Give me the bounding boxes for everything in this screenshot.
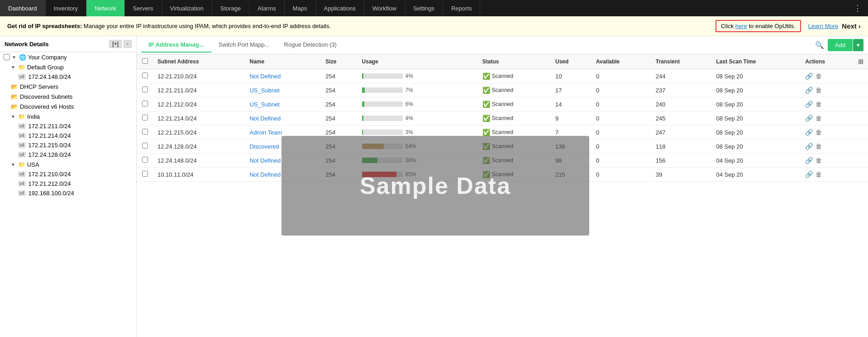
sidebar-item-192-168-100[interactable]: v4 192.168.100.0/24 bbox=[0, 188, 136, 198]
action-link-icon[interactable]: 🔗 bbox=[805, 72, 813, 80]
sidebar-item-india[interactable]: ▼ 📁 India bbox=[0, 111, 136, 121]
action-link-icon[interactable]: 🔗 bbox=[805, 115, 813, 122]
action-link-icon[interactable]: 🔗 bbox=[805, 87, 813, 94]
action-delete-icon[interactable]: 🗑 bbox=[816, 87, 822, 94]
usage-pct-label: 4% bbox=[405, 73, 419, 79]
usage-bar bbox=[362, 130, 403, 135]
row-checkbox-5[interactable] bbox=[142, 143, 148, 149]
nav-applications[interactable]: Applications bbox=[316, 0, 364, 16]
cell-actions: 🔗 🗑 bbox=[801, 111, 854, 125]
sidebar-item-root[interactable]: ▼ 🌐 Your Company bbox=[0, 52, 136, 62]
row-checkbox-7[interactable] bbox=[142, 171, 148, 177]
nav-settings[interactable]: Settings bbox=[405, 0, 443, 16]
sidebar-item-usa[interactable]: ▼ 📁 USA bbox=[0, 159, 136, 169]
tab-rogue-detection[interactable]: Rogue Detection (3) bbox=[277, 38, 344, 53]
action-delete-icon[interactable]: 🗑 bbox=[816, 157, 822, 164]
status-badge: ✅Scanned bbox=[482, 72, 513, 80]
cell-subnet: 12.21.214.0/24 bbox=[153, 111, 245, 125]
sidebar-item-172-21-212[interactable]: v4 172.21.212.0/24 bbox=[0, 179, 136, 188]
nav-alarms[interactable]: Alarms bbox=[249, 0, 284, 16]
row-checkbox-4[interactable] bbox=[142, 129, 148, 135]
nav-inventory[interactable]: Inventory bbox=[46, 0, 86, 16]
add-button[interactable]: Add bbox=[828, 39, 853, 51]
banner-cta-link[interactable]: here bbox=[735, 23, 747, 29]
cell-name[interactable]: US_Subnet bbox=[245, 97, 321, 111]
sidebar-discovered-v6-label: Discovered v6 Hosts bbox=[20, 103, 74, 110]
banner-description: Manage your entire IP infrastructure usi… bbox=[84, 23, 331, 29]
sidebar-item-172-24-148[interactable]: v4 172.24.148.0/24 bbox=[0, 72, 136, 82]
usage-pct-label: 3% bbox=[405, 129, 419, 135]
nav-servers[interactable]: Servers bbox=[125, 0, 162, 16]
sidebar-item-dhcp[interactable]: 📂 DHCP Servers bbox=[0, 82, 136, 91]
action-link-icon[interactable]: 🔗 bbox=[805, 129, 813, 136]
action-link-icon[interactable]: 🔗 bbox=[805, 101, 813, 108]
cell-subnet: 12.24.128.0/24 bbox=[153, 140, 245, 154]
sidebar-item-172-21-215[interactable]: v4 172.21.215.0/24 bbox=[0, 140, 136, 150]
action-delete-icon[interactable]: 🗑 bbox=[816, 101, 822, 108]
nav-maps[interactable]: Maps bbox=[285, 0, 316, 16]
sidebar-item-discovered-v6[interactable]: 📂 Discovered v6 Hosts bbox=[0, 101, 136, 111]
table-row: 12.21.214.0/24Not Defined254 4% ✅Scanned… bbox=[137, 111, 868, 125]
sidebar-item-172-21-214[interactable]: v4 172.21.214.0/24 bbox=[0, 131, 136, 140]
cell-used: 14 bbox=[551, 97, 591, 111]
nav-network[interactable]: Network bbox=[86, 0, 125, 16]
table-container: Sample Data Subnet Address Name Size Usa… bbox=[137, 54, 868, 337]
action-link-icon[interactable]: 🔗 bbox=[805, 157, 813, 164]
sidebar-collapse-button[interactable]: - bbox=[124, 40, 132, 48]
root-checkbox[interactable] bbox=[4, 54, 10, 60]
sidebar-item-172-21-211[interactable]: v4 172.21.211.0/24 bbox=[0, 121, 136, 131]
cell-last-scan: 08 Sep 20 bbox=[712, 69, 801, 83]
cell-actions: 🔗 🗑 bbox=[801, 140, 854, 154]
cell-name[interactable]: Not Defined bbox=[245, 69, 321, 83]
sidebar-item-default-group[interactable]: ▼ 📁 Default Group bbox=[0, 62, 136, 72]
usage-bar-wrap: 6% bbox=[362, 101, 473, 107]
banner-cta[interactable]: Click here to enable OpUtils. bbox=[715, 20, 801, 32]
content-area: IP Address Manag... Switch Port Mapp... … bbox=[137, 36, 868, 337]
sidebar-item-172-21-210[interactable]: v4 172.21.210.0/24 bbox=[0, 169, 136, 179]
action-delete-icon[interactable]: 🗑 bbox=[816, 72, 822, 80]
col-settings-icon[interactable]: ⊞ bbox=[854, 54, 868, 69]
cell-name[interactable]: US_Subnet bbox=[245, 83, 321, 97]
sidebar-item-discovered-subnets[interactable]: 📂 Discovered Subnets bbox=[0, 91, 136, 101]
status-badge: ✅Scanned bbox=[482, 115, 513, 122]
row-checkbox-1[interactable] bbox=[142, 87, 148, 92]
table-header-row: Subnet Address Name Size Usage Status Us… bbox=[137, 54, 868, 69]
cell-name[interactable]: Not Defined bbox=[245, 111, 321, 125]
add-dropdown-button[interactable]: ▾ bbox=[853, 39, 863, 51]
nav-workflow[interactable]: Workflow bbox=[364, 0, 405, 16]
nav-storage[interactable]: Storage bbox=[212, 0, 250, 16]
row-checkbox-6[interactable] bbox=[142, 157, 148, 163]
cell-transient: 240 bbox=[651, 97, 712, 111]
cell-subnet: 12.21.211.0/24 bbox=[153, 83, 245, 97]
action-delete-icon[interactable]: 🗑 bbox=[816, 129, 822, 136]
action-link-icon[interactable]: 🔗 bbox=[805, 143, 813, 150]
nav-reports[interactable]: Reports bbox=[443, 0, 481, 16]
row-checkbox-2[interactable] bbox=[142, 101, 148, 106]
nav-more-options[interactable]: ⋮ bbox=[847, 0, 868, 16]
india-toggle[interactable]: ▼ bbox=[11, 114, 15, 119]
default-group-toggle[interactable]: ▼ bbox=[11, 65, 15, 70]
row-checkbox-0[interactable] bbox=[142, 72, 148, 78]
usage-bar bbox=[362, 101, 403, 107]
tab-ip-address[interactable]: IP Address Manag... bbox=[141, 38, 211, 53]
action-link-icon[interactable]: 🔗 bbox=[805, 171, 813, 178]
sidebar-add-button[interactable]: [+] bbox=[109, 40, 122, 48]
row-checkbox-3[interactable] bbox=[142, 115, 148, 120]
select-all-checkbox[interactable] bbox=[142, 58, 148, 64]
status-check-icon: ✅ bbox=[482, 72, 490, 80]
action-delete-icon[interactable]: 🗑 bbox=[816, 115, 822, 122]
tab-switch-port[interactable]: Switch Port Mapp... bbox=[211, 38, 277, 53]
sidebar-india-label: India bbox=[27, 113, 40, 120]
nav-virtualization[interactable]: Virtualization bbox=[162, 0, 212, 16]
action-delete-icon[interactable]: 🗑 bbox=[816, 143, 822, 150]
action-delete-icon[interactable]: 🗑 bbox=[816, 171, 822, 178]
cell-used: 9 bbox=[551, 111, 591, 125]
usa-toggle[interactable]: ▼ bbox=[11, 162, 15, 167]
nav-dashboard[interactable]: Dashboard bbox=[0, 0, 46, 16]
search-button[interactable]: 🔍 bbox=[811, 39, 828, 51]
root-toggle[interactable]: ▼ bbox=[12, 55, 16, 60]
banner-next-button[interactable]: Next › bbox=[842, 22, 861, 30]
sidebar-item-172-24-128[interactable]: v4 172.24.128.0/24 bbox=[0, 150, 136, 159]
banner-learn-more[interactable]: Learn More bbox=[808, 23, 838, 29]
cell-available: 0 bbox=[591, 154, 651, 168]
